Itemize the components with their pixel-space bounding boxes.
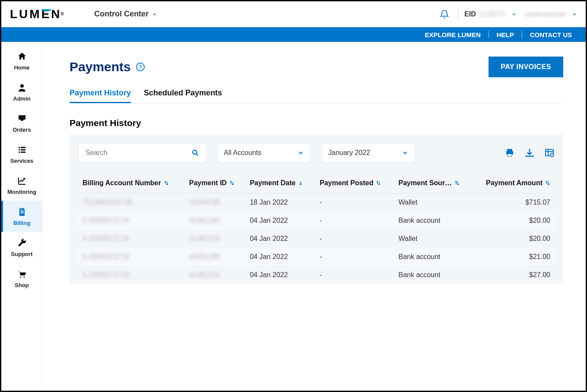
chevron-down-icon bbox=[511, 12, 517, 17]
eid-label: EID bbox=[464, 10, 476, 18]
content: Payments ? PAY INVOICES Payment History … bbox=[43, 42, 586, 391]
sidebar: Home Admin Orders Services Monitoring $ … bbox=[1, 42, 43, 391]
username: markwasinski bbox=[524, 10, 566, 18]
sidebar-item-support[interactable]: Support bbox=[1, 232, 42, 263]
notifications-button[interactable] bbox=[437, 7, 452, 22]
inbox-icon bbox=[17, 114, 27, 124]
col-payment-id[interactable]: Payment ID bbox=[185, 173, 246, 193]
svg-rect-6 bbox=[21, 152, 25, 153]
app-switcher[interactable]: Control Center bbox=[94, 9, 157, 19]
utility-bar: EXPLORE LUMEN HELP CONTACT US bbox=[1, 27, 586, 42]
divider bbox=[522, 31, 522, 38]
download-icon[interactable] bbox=[524, 148, 535, 158]
print-icon[interactable] bbox=[505, 148, 515, 158]
cell-psource: Bank account bbox=[394, 266, 473, 284]
sidebar-item-label: Home bbox=[14, 64, 29, 71]
cell-ban: 7123880342738 bbox=[82, 199, 133, 206]
cell-pid: 41481279 bbox=[189, 235, 220, 242]
table-settings-icon[interactable] bbox=[544, 148, 555, 158]
cell-pamount: $20.00 bbox=[473, 212, 555, 230]
col-payment-amount[interactable]: Payment Amount bbox=[473, 173, 555, 193]
chevron-down-icon bbox=[402, 149, 409, 156]
tab-scheduled-payments[interactable]: Scheduled Payments bbox=[144, 89, 222, 103]
cell-pid: 41549798 bbox=[189, 199, 220, 206]
table-row[interactable]: 71238803427384154979818 Jan 2022-Wallet$… bbox=[78, 193, 555, 212]
col-payment-date[interactable]: Payment Date bbox=[245, 173, 315, 193]
help-icon[interactable]: ? bbox=[136, 63, 145, 71]
svg-rect-5 bbox=[19, 152, 20, 153]
tabs: Payment History Scheduled Payments bbox=[70, 89, 563, 103]
col-payment-source[interactable]: Payment Sour… bbox=[394, 173, 473, 193]
sort-both-icon bbox=[376, 180, 381, 186]
svg-rect-14 bbox=[508, 154, 511, 156]
table-row[interactable]: 5-2500DCZ:CK4148128004 Jan 2022-Bank acc… bbox=[78, 248, 555, 266]
billing-icon: $ bbox=[17, 207, 27, 217]
cell-psource: Wallet bbox=[394, 193, 473, 212]
cell-pamount: $21.00 bbox=[473, 248, 555, 266]
cell-ban: 5-2500DCZ:CK bbox=[82, 217, 130, 224]
svg-point-0 bbox=[20, 84, 24, 88]
user-menu[interactable]: markwasinski bbox=[524, 10, 577, 18]
cell-psource: Wallet bbox=[394, 230, 473, 248]
page-title-text: Payments bbox=[70, 60, 131, 74]
svg-line-13 bbox=[197, 154, 198, 155]
chevron-down-icon bbox=[572, 12, 577, 17]
sidebar-item-label: Orders bbox=[13, 126, 31, 133]
tab-payment-history[interactable]: Payment History bbox=[70, 89, 131, 103]
chevron-down-icon bbox=[297, 149, 304, 156]
cart-icon bbox=[17, 269, 27, 279]
sidebar-item-shop[interactable]: Shop bbox=[1, 263, 42, 294]
account-filter[interactable]: All Accounts bbox=[217, 143, 311, 163]
svg-rect-4 bbox=[21, 149, 25, 150]
cell-pamount: $27.00 bbox=[473, 266, 555, 284]
svg-rect-3 bbox=[19, 149, 20, 150]
sort-both-icon bbox=[229, 180, 235, 186]
chart-icon bbox=[17, 176, 27, 186]
cell-pamount: $715.07 bbox=[473, 193, 555, 212]
pay-invoices-button[interactable]: PAY INVOICES bbox=[489, 57, 563, 77]
account-filter-value: All Accounts bbox=[224, 149, 261, 157]
cell-psource: Bank account bbox=[394, 248, 473, 266]
user-icon bbox=[17, 82, 27, 93]
sidebar-item-billing[interactable]: $ Billing bbox=[1, 201, 42, 232]
svg-rect-1 bbox=[19, 147, 20, 148]
col-payment-posted[interactable]: Payment Posted bbox=[315, 173, 394, 193]
contact-link[interactable]: CONTACT US bbox=[527, 31, 574, 38]
search-input[interactable] bbox=[85, 149, 191, 157]
cell-pposted: - bbox=[315, 230, 394, 248]
col-billing-account[interactable]: Billing Account Number bbox=[78, 173, 185, 193]
cell-pdate: 04 Jan 2022 bbox=[245, 248, 315, 266]
sort-desc-icon bbox=[298, 180, 303, 186]
cell-pdate: 04 Jan 2022 bbox=[245, 212, 315, 230]
page-title: Payments ? bbox=[70, 60, 145, 74]
sort-both-icon bbox=[545, 180, 550, 186]
table-row[interactable]: 5-2500DCZ:CK4148125404 Jan 2022-Bank acc… bbox=[78, 266, 555, 284]
svg-point-12 bbox=[193, 150, 197, 154]
eid-selector[interactable]: EID 1176272 bbox=[464, 10, 517, 18]
svg-rect-8 bbox=[21, 212, 24, 213]
svg-rect-2 bbox=[21, 147, 25, 148]
cell-pamount: $20.00 bbox=[473, 230, 555, 248]
sort-both-icon bbox=[164, 180, 169, 186]
cell-pid: 41481280 bbox=[189, 253, 220, 260]
sidebar-item-orders[interactable]: Orders bbox=[1, 107, 42, 139]
table-row[interactable]: 5-2500DCZ:CK4148127904 Jan 2022-Wallet$2… bbox=[78, 230, 555, 248]
sidebar-item-label: Services bbox=[10, 158, 34, 164]
search-field[interactable] bbox=[78, 143, 206, 163]
filter-panel: All Accounts January 2022 bbox=[70, 134, 563, 284]
svg-point-10 bbox=[20, 276, 21, 278]
help-link[interactable]: HELP bbox=[494, 31, 517, 38]
sidebar-item-monitoring[interactable]: Monitoring bbox=[1, 170, 42, 201]
table-row[interactable]: 5-2500DCZ:CK4148128104 Jan 2022-Bank acc… bbox=[78, 212, 555, 230]
sidebar-item-home[interactable]: Home bbox=[1, 45, 42, 76]
explore-link[interactable]: EXPLORE LUMEN bbox=[422, 31, 483, 38]
cell-pdate: 04 Jan 2022 bbox=[245, 230, 315, 248]
period-filter[interactable]: January 2022 bbox=[322, 143, 415, 163]
sidebar-item-services[interactable]: Services bbox=[1, 139, 42, 170]
cell-pid: 41481281 bbox=[189, 217, 220, 224]
svg-point-19 bbox=[552, 155, 552, 155]
cell-pposted: - bbox=[315, 212, 394, 230]
sidebar-item-admin[interactable]: Admin bbox=[1, 76, 42, 107]
cell-pdate: 04 Jan 2022 bbox=[245, 266, 315, 284]
svg-point-11 bbox=[23, 276, 25, 278]
